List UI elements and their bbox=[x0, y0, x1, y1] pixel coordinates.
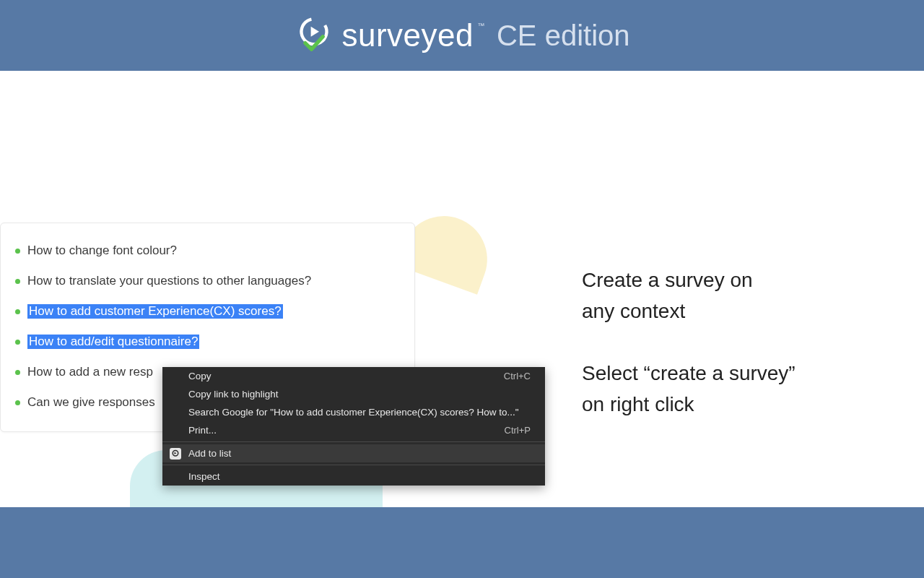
context-menu-search-google[interactable]: Search Google for "How to add customer E… bbox=[162, 403, 545, 421]
brand-name: surveyed ™ bbox=[341, 17, 474, 53]
instruction-line: Select “create a survey” bbox=[582, 358, 885, 389]
menu-label: Copy link to highlight bbox=[188, 389, 279, 400]
context-menu-copy-link-highlight[interactable]: Copy link to highlight bbox=[162, 385, 545, 403]
list-item[interactable]: How to add/edit questionnaire? bbox=[15, 335, 400, 349]
list-item[interactable]: How to translate your questions to other… bbox=[15, 274, 400, 288]
bullet-icon bbox=[15, 340, 20, 345]
question-text: Can we give responses bbox=[27, 395, 155, 410]
menu-label: Print... bbox=[188, 425, 217, 436]
bullet-icon bbox=[15, 370, 20, 375]
trademark-symbol: ™ bbox=[477, 22, 485, 30]
content-area: How to change font colour? How to transl… bbox=[0, 71, 924, 507]
question-text: How to change font colour? bbox=[27, 243, 177, 258]
list-item[interactable]: How to change font colour? bbox=[15, 243, 400, 258]
menu-shortcut: Ctrl+P bbox=[505, 425, 531, 436]
context-menu-copy[interactable]: Copy Ctrl+C bbox=[162, 367, 545, 385]
svg-marker-1 bbox=[311, 27, 319, 37]
instruction-text: Create a survey on any context Select “c… bbox=[582, 264, 885, 420]
menu-shortcut: Ctrl+C bbox=[504, 371, 531, 381]
edition-label: CE edition bbox=[497, 20, 630, 52]
surveyed-logo-icon bbox=[294, 15, 334, 56]
question-text: How to translate your questions to other… bbox=[27, 274, 311, 288]
extension-icon bbox=[170, 448, 181, 460]
bullet-icon bbox=[15, 279, 20, 284]
brand-text: surveyed bbox=[341, 17, 474, 53]
question-text-selected: How to add customer Experience(CX) score… bbox=[27, 304, 283, 319]
bullet-icon bbox=[15, 249, 20, 254]
bullet-icon bbox=[15, 400, 20, 405]
bullet-icon bbox=[15, 309, 20, 314]
question-text: How to add a new resp bbox=[27, 365, 153, 379]
context-menu-separator bbox=[162, 465, 545, 465]
instruction-para-1: Create a survey on any context bbox=[582, 264, 885, 327]
context-menu-separator bbox=[162, 441, 545, 442]
menu-label: Add to list bbox=[188, 448, 231, 459]
menu-label: Inspect bbox=[188, 471, 220, 482]
context-menu-print[interactable]: Print... Ctrl+P bbox=[162, 421, 545, 439]
context-menu: Copy Ctrl+C Copy link to highlight Searc… bbox=[162, 367, 545, 486]
menu-label: Copy bbox=[188, 371, 212, 381]
menu-label: Search Google for "How to add customer E… bbox=[188, 407, 519, 418]
context-menu-add-to-list[interactable]: Add to list bbox=[162, 444, 545, 462]
svg-marker-3 bbox=[175, 452, 177, 454]
context-menu-inspect[interactable]: Inspect bbox=[162, 467, 545, 486]
instruction-line: on right click bbox=[582, 389, 885, 420]
question-text-selected: How to add/edit questionnaire? bbox=[27, 335, 199, 349]
list-item[interactable]: How to add customer Experience(CX) score… bbox=[15, 304, 400, 319]
instruction-line: Create a survey on bbox=[582, 264, 885, 296]
instruction-line: any context bbox=[582, 296, 885, 327]
header-banner: surveyed ™ CE edition bbox=[0, 0, 924, 71]
brand-lockup: surveyed ™ bbox=[294, 15, 474, 56]
footer-banner bbox=[0, 507, 924, 578]
instruction-para-2: Select “create a survey” on right click bbox=[582, 358, 885, 420]
